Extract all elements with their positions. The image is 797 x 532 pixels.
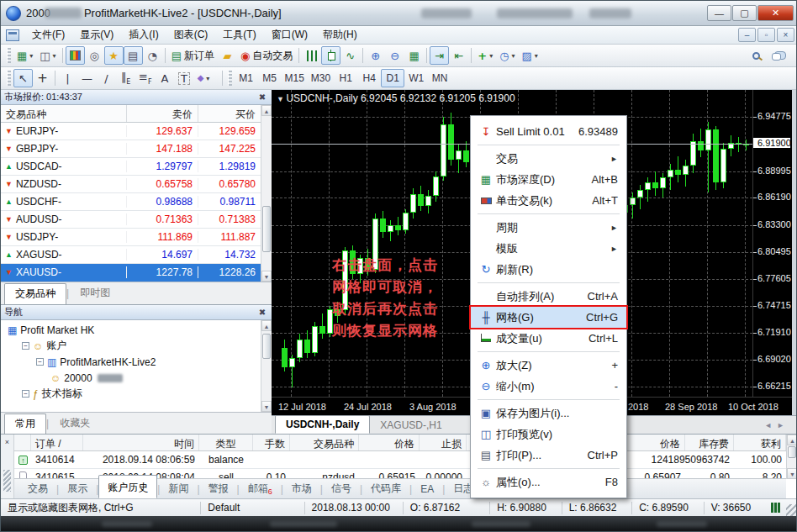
- menu-item-H[interactable]: 帮助(H): [315, 25, 365, 45]
- templates-button[interactable]: ▨▾: [519, 46, 541, 65]
- scroll-up-icon[interactable]: ▲: [787, 435, 797, 445]
- market-watch-row[interactable]: ▲USDCHF-0.986880.98711: [1, 193, 261, 211]
- timeframe-M1[interactable]: M1: [235, 69, 258, 87]
- crosshair-tool[interactable]: +: [33, 69, 52, 87]
- column-header[interactable]: 价格: [359, 435, 420, 450]
- column-header[interactable]: 交易品种: [290, 435, 359, 450]
- market-watch-row[interactable]: ▼USDJPY-111.869111.887: [1, 229, 261, 246]
- timeframe-MN[interactable]: MN: [428, 69, 451, 87]
- close-icon[interactable]: ×: [3, 437, 12, 446]
- scroll-up-icon[interactable]: ▲: [261, 320, 272, 331]
- market-watch-row[interactable]: ▼AUDUSD-0.713630.71383: [1, 211, 261, 229]
- context-menu-item-单击交易k[interactable]: 单击交易(k)Alt+T: [471, 190, 626, 211]
- tree-expander-icon[interactable]: −: [22, 342, 29, 350]
- market-watch-toggle[interactable]: [66, 46, 85, 65]
- context-menu-item-缩小m[interactable]: ⊖缩小(m)-: [471, 376, 626, 397]
- context-menu-item-打印P[interactable]: ▤打印(P)...Ctrl+P: [471, 445, 626, 466]
- column-header[interactable]: 时间: [83, 435, 199, 450]
- chat-icon[interactable]: [774, 51, 786, 60]
- menu-item-V[interactable]: 显示(V): [72, 25, 121, 45]
- horizontal-line-tool[interactable]: —: [77, 69, 97, 87]
- context-menu-item-SellLimit001[interactable]: ↧Sell Limit 0.016.93489: [471, 121, 626, 142]
- new-chart-button[interactable]: ▦▾: [13, 46, 36, 65]
- toolbar-grip[interactable]: [7, 71, 11, 86]
- scroll-up-icon[interactable]: ▲: [261, 105, 272, 116]
- toolbar-grip[interactable]: [228, 71, 232, 86]
- navigator-item[interactable]: −▥ProfitMarketHK-Live2: [1, 354, 261, 370]
- chart-tab[interactable]: XAGUSD-,H1: [370, 417, 451, 434]
- navigator-tab[interactable]: 常用: [4, 413, 46, 435]
- navigator-item[interactable]: ▦Profit Market HK: [1, 322, 261, 338]
- context-menu-item-成交量u[interactable]: 成交量(u)Ctrl+L: [471, 328, 626, 349]
- scroll-down-icon[interactable]: ▼: [787, 468, 797, 479]
- chart-shift-button[interactable]: ⇤: [449, 46, 468, 65]
- title-bar[interactable]: 2000 ProfitMarketHK-Live2 - [USDCNH-,Dai…: [1, 1, 797, 26]
- scroll-down-icon[interactable]: ▼: [261, 401, 272, 412]
- close-icon[interactable]: ✖: [256, 92, 268, 102]
- context-menu-item-模版[interactable]: 模版►: [471, 238, 626, 259]
- strategy-tester-toggle[interactable]: ◔: [143, 46, 162, 65]
- menu-item-T[interactable]: 工具(T): [215, 25, 263, 45]
- terminal-tab-7[interactable]: 信号: [323, 479, 360, 498]
- line-chart-button[interactable]: ∿: [340, 46, 360, 65]
- scrollbar-thumb[interactable]: [262, 334, 271, 359]
- timeframe-W1[interactable]: W1: [404, 69, 428, 87]
- market-watch-header[interactable]: 市场报价: 01:43:37 ✖: [1, 90, 272, 105]
- zoom-in-button[interactable]: ⊕: [366, 46, 385, 65]
- market-watch-tab[interactable]: 即时图: [69, 282, 121, 304]
- context-menu-item-属性o[interactable]: ☼属性(o)...F8: [471, 471, 626, 492]
- terminal-tab-5[interactable]: 邮箱6: [240, 479, 281, 498]
- terminal-scrollbar[interactable]: ▲ ▼: [786, 435, 797, 479]
- terminal-tab-2[interactable]: 账户历史: [98, 475, 157, 498]
- new-order-button[interactable]: ▤新订单: [168, 46, 218, 65]
- terminal-grip[interactable]: [3, 470, 11, 492]
- tab-scroll-right-icon[interactable]: ►: [777, 421, 789, 429]
- bar-chart-button[interactable]: [302, 46, 321, 65]
- periods-button[interactable]: ◷▾: [496, 46, 518, 65]
- market-watch-column-headers[interactable]: 交易品种 卖价 买价: [1, 105, 272, 123]
- terminal-tab-4[interactable]: 警报: [200, 479, 237, 498]
- trendline-tool[interactable]: /: [97, 69, 116, 87]
- maximize-button[interactable]: ▢: [732, 5, 757, 21]
- timeframe-H4[interactable]: H4: [357, 69, 381, 87]
- timeframe-H1[interactable]: H1: [334, 69, 357, 87]
- column-header[interactable]: 类型: [199, 435, 253, 450]
- child-restore-button[interactable]: ▫: [757, 28, 775, 42]
- zoom-out-button[interactable]: ⊖: [385, 46, 404, 65]
- terminal-tab-8[interactable]: 代码库: [362, 479, 409, 498]
- menu-item-F[interactable]: 文件(F): [24, 25, 72, 45]
- column-bid[interactable]: 卖价: [127, 105, 198, 122]
- navigator-toggle[interactable]: ★: [104, 46, 124, 65]
- navigator-scrollbar[interactable]: ▲ ▼: [261, 320, 272, 412]
- profiles-button[interactable]: ◫▾: [36, 46, 59, 65]
- timeframe-D1[interactable]: D1: [381, 69, 404, 87]
- scrollbar-thumb[interactable]: [262, 206, 271, 252]
- navigator-item[interactable]: ☺20000: [1, 370, 261, 386]
- tab-scroll-left-icon[interactable]: ◄: [764, 421, 777, 429]
- context-menu-item-交易[interactable]: 交易►: [471, 148, 626, 169]
- column-header[interactable]: 价格: [623, 435, 685, 450]
- column-header[interactable]: 库存费: [685, 435, 734, 450]
- resize-grip[interactable]: [786, 504, 797, 516]
- table-row[interactable]: ↑34106142018.09.14 08:06:59balance124189…: [14, 451, 786, 469]
- navigator-item[interactable]: −☺账户: [1, 338, 261, 354]
- context-menu-item-市场深度D[interactable]: ▦市场深度(D)Alt+B: [471, 169, 626, 190]
- close-button[interactable]: ✕: [757, 5, 794, 21]
- minimize-button[interactable]: —: [707, 5, 731, 21]
- autotrading-button[interactable]: ◉自动交易: [237, 46, 296, 65]
- timeframe-M30[interactable]: M30: [308, 69, 334, 87]
- column-header[interactable]: [14, 435, 31, 450]
- market-watch-row[interactable]: ▼EURJPY-129.637129.659: [1, 123, 261, 140]
- tree-expander-icon[interactable]: −: [22, 390, 29, 398]
- search-icon[interactable]: [752, 52, 760, 60]
- context-menu-item-放大Z[interactable]: ⊕放大(Z)+: [471, 355, 626, 376]
- chart-tab[interactable]: USDCNH-,Daily: [275, 415, 370, 434]
- menu-item-I[interactable]: 插入(I): [121, 25, 166, 45]
- column-header[interactable]: 手数: [253, 435, 290, 450]
- text-tool[interactable]: A: [156, 69, 175, 87]
- column-header[interactable]: 订单 /: [31, 435, 83, 450]
- tile-windows-button[interactable]: ▦: [404, 46, 424, 65]
- market-watch-row[interactable]: ▼XAUUSD-1227.781228.26: [1, 264, 261, 282]
- toolbar-grip[interactable]: [7, 48, 11, 63]
- terminal-tab-3[interactable]: 新闻: [160, 479, 197, 498]
